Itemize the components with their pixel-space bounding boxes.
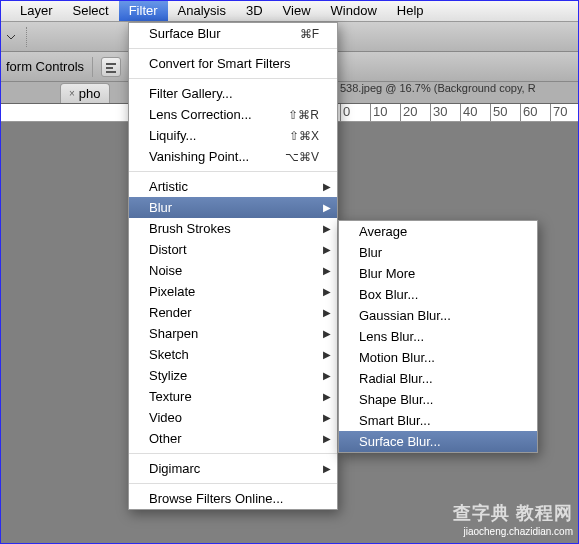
menu-render[interactable]: Render▶ xyxy=(129,302,337,323)
menu-separator xyxy=(129,453,337,454)
menu-distort[interactable]: Distort▶ xyxy=(129,239,337,260)
ruler-tick: 50 xyxy=(490,104,507,122)
menu-texture[interactable]: Texture▶ xyxy=(129,386,337,407)
tab-label: pho xyxy=(79,86,101,101)
submenu-arrow-icon: ▶ xyxy=(323,412,331,423)
menu-vanishing-point[interactable]: Vanishing Point... ⌥⌘V xyxy=(129,146,337,167)
watermark-sub: jiaocheng.chazidian.com xyxy=(453,525,573,538)
align-icon[interactable] xyxy=(101,57,121,77)
svg-rect-0 xyxy=(106,63,116,65)
menu-shortcut: ⇧⌘R xyxy=(288,108,319,122)
separator xyxy=(92,57,93,77)
menu-lens-correction[interactable]: Lens Correction... ⇧⌘R xyxy=(129,104,337,125)
menu-filter[interactable]: Filter xyxy=(119,0,168,21)
submenu-smart-blur[interactable]: Smart Blur... xyxy=(339,410,537,431)
menu-3d[interactable]: 3D xyxy=(236,0,273,21)
ruler-tick: 0 xyxy=(340,104,350,122)
menu-blur[interactable]: Blur▶ xyxy=(129,197,337,218)
menu-item-label: Radial Blur... xyxy=(359,371,433,386)
menu-artistic[interactable]: Artistic▶ xyxy=(129,176,337,197)
document-title: 538.jpeg @ 16.7% (Background copy, R xyxy=(340,82,536,94)
menu-item-label: Noise xyxy=(149,263,182,278)
watermark: 查字典 教程网 jiaocheng.chazidian.com xyxy=(453,502,573,538)
menu-item-label: Video xyxy=(149,410,182,425)
menu-video[interactable]: Video▶ xyxy=(129,407,337,428)
document-tab[interactable]: × pho xyxy=(60,83,110,103)
submenu-arrow-icon: ▶ xyxy=(323,463,331,474)
submenu-arrow-icon: ▶ xyxy=(323,328,331,339)
ruler-tick: 70 xyxy=(550,104,567,122)
menu-noise[interactable]: Noise▶ xyxy=(129,260,337,281)
submenu-arrow-icon: ▶ xyxy=(323,265,331,276)
submenu-shape-blur[interactable]: Shape Blur... xyxy=(339,389,537,410)
submenu-gaussian-blur[interactable]: Gaussian Blur... xyxy=(339,305,537,326)
menu-item-label: Browse Filters Online... xyxy=(149,491,283,506)
close-tab-icon[interactable]: × xyxy=(69,88,75,99)
menu-separator xyxy=(129,78,337,79)
menu-sketch[interactable]: Sketch▶ xyxy=(129,344,337,365)
menu-item-label: Sharpen xyxy=(149,326,198,341)
submenu-average[interactable]: Average xyxy=(339,221,537,242)
menu-item-label: Render xyxy=(149,305,192,320)
menu-select[interactable]: Select xyxy=(63,0,119,21)
menu-view[interactable]: View xyxy=(273,0,321,21)
menu-browse-filters[interactable]: Browse Filters Online... xyxy=(129,488,337,509)
submenu-arrow-icon: ▶ xyxy=(323,433,331,444)
menu-sharpen[interactable]: Sharpen▶ xyxy=(129,323,337,344)
menu-digimarc[interactable]: Digimarc▶ xyxy=(129,458,337,479)
menu-item-label: Filter Gallery... xyxy=(149,86,233,101)
menu-window[interactable]: Window xyxy=(321,0,387,21)
menu-item-label: Box Blur... xyxy=(359,287,418,302)
menu-liquify[interactable]: Liquify... ⇧⌘X xyxy=(129,125,337,146)
menu-item-label: Lens Correction... xyxy=(149,107,252,122)
menu-analysis[interactable]: Analysis xyxy=(168,0,236,21)
menu-separator xyxy=(129,48,337,49)
submenu-box-blur[interactable]: Box Blur... xyxy=(339,284,537,305)
submenu-blur-more[interactable]: Blur More xyxy=(339,263,537,284)
menu-item-label: Stylize xyxy=(149,368,187,383)
submenu-arrow-icon: ▶ xyxy=(323,202,331,213)
submenu-arrow-icon: ▶ xyxy=(323,349,331,360)
menu-item-label: Blur xyxy=(359,245,382,260)
menu-item-label: Lens Blur... xyxy=(359,329,424,344)
submenu-radial-blur[interactable]: Radial Blur... xyxy=(339,368,537,389)
menu-item-label: Brush Strokes xyxy=(149,221,231,236)
menu-item-label: Digimarc xyxy=(149,461,200,476)
submenu-surface-blur[interactable]: Surface Blur... xyxy=(339,431,537,452)
menu-shortcut: ⌘F xyxy=(300,27,319,41)
menu-item-label: Convert for Smart Filters xyxy=(149,56,291,71)
menu-other[interactable]: Other▶ xyxy=(129,428,337,449)
tool-separator xyxy=(26,27,34,47)
menu-layer[interactable]: Layer xyxy=(10,0,63,21)
tool-dropdown-icon[interactable] xyxy=(6,29,22,45)
menu-item-label: Surface Blur... xyxy=(359,434,441,449)
menu-pixelate[interactable]: Pixelate▶ xyxy=(129,281,337,302)
menu-item-label: Blur More xyxy=(359,266,415,281)
submenu-arrow-icon: ▶ xyxy=(323,391,331,402)
menu-separator xyxy=(129,171,337,172)
menu-item-label: Liquify... xyxy=(149,128,196,143)
submenu-arrow-icon: ▶ xyxy=(323,307,331,318)
ruler-tick: 30 xyxy=(430,104,447,122)
menu-item-label: Blur xyxy=(149,200,172,215)
menu-item-label: Vanishing Point... xyxy=(149,149,249,164)
menu-brush-strokes[interactable]: Brush Strokes▶ xyxy=(129,218,337,239)
menu-item-label: Other xyxy=(149,431,182,446)
svg-rect-2 xyxy=(106,71,116,73)
menu-item-label: Average xyxy=(359,224,407,239)
submenu-motion-blur[interactable]: Motion Blur... xyxy=(339,347,537,368)
menu-convert-smart[interactable]: Convert for Smart Filters xyxy=(129,53,337,74)
menu-last-filter[interactable]: Surface Blur ⌘F xyxy=(129,23,337,44)
submenu-blur[interactable]: Blur xyxy=(339,242,537,263)
submenu-lens-blur[interactable]: Lens Blur... xyxy=(339,326,537,347)
menu-help[interactable]: Help xyxy=(387,0,434,21)
menu-item-label: Distort xyxy=(149,242,187,257)
submenu-arrow-icon: ▶ xyxy=(323,181,331,192)
svg-rect-1 xyxy=(106,67,113,69)
menu-stylize[interactable]: Stylize▶ xyxy=(129,365,337,386)
submenu-arrow-icon: ▶ xyxy=(323,223,331,234)
submenu-arrow-icon: ▶ xyxy=(323,286,331,297)
menu-filter-gallery[interactable]: Filter Gallery... xyxy=(129,83,337,104)
filter-menu: Surface Blur ⌘F Convert for Smart Filter… xyxy=(128,22,338,510)
menu-shortcut: ⇧⌘X xyxy=(289,129,319,143)
